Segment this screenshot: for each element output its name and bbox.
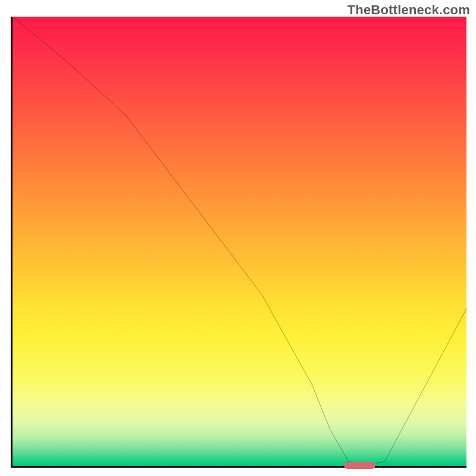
plot-area: [11, 17, 466, 468]
chart-frame: TheBottleneck.com: [0, 0, 476, 476]
bottleneck-curve: [12, 17, 466, 466]
watermark-text: TheBottleneck.com: [347, 2, 470, 18]
optimal-range-marker: [344, 462, 375, 469]
